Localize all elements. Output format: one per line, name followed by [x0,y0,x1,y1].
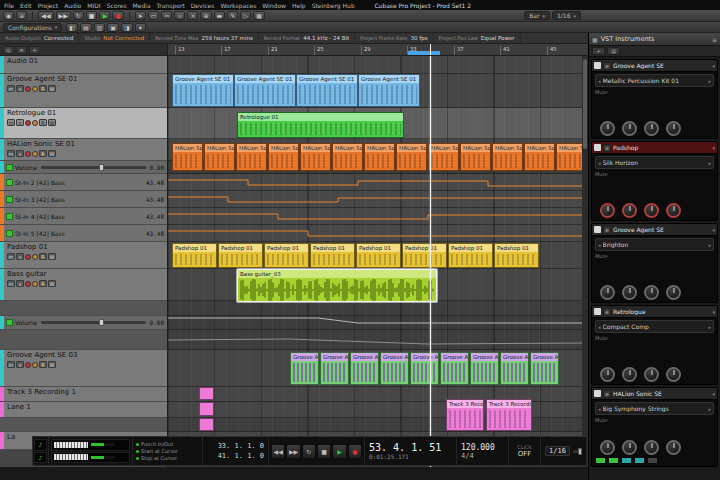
edit-instrument-button[interactable]: e [603,226,611,234]
track-st-in-3-42-bass[interactable]: St-In 3 [42] Bass43.48 [0,191,167,208]
quick-control-knob[interactable] [622,203,637,218]
edit-instrument-button[interactable]: e [603,62,611,70]
next-preset-icon[interactable]: ▸ [708,78,711,84]
clip-halion-sonic-se[interactable]: HALion Sonic SE [172,143,203,171]
clip-halion-sonic-se[interactable]: HALion Sonic SE [300,143,331,171]
preset-selector[interactable]: ◂Brighton▸ [595,238,714,251]
clip-halion-sonic-se[interactable]: HALion Sonic SE [364,143,395,171]
quick-control-knob[interactable] [644,203,659,218]
quick-control-knob[interactable] [600,203,615,218]
quick-control-knob[interactable] [622,440,637,455]
time-signature-value[interactable]: 4/4 [461,452,504,460]
quick-control-knob[interactable] [666,203,681,218]
track-audio-01[interactable]: Audio 01 [0,56,167,74]
clip-halion-sonic-se[interactable]: HALion Sonic SE [460,143,491,171]
quick-control-knob[interactable] [644,440,659,455]
record-enable-button[interactable] [25,86,31,92]
quick-control-knob[interactable] [666,285,681,300]
clip-halion-sonic-se[interactable]: HALion Sonic SE [236,143,267,171]
menu-midi[interactable]: MIDI [87,2,100,9]
cycle-button[interactable]: ↻ [302,444,316,459]
volume-slider[interactable] [41,321,145,324]
clip-event[interactable] [199,418,214,431]
goto-start-button[interactable]: ◀◀ [271,444,285,459]
instrument-options-icon[interactable]: ▾ [712,227,715,233]
read-automation-button[interactable]: R [39,119,47,126]
track-volume[interactable]: Volume0.00 [0,316,167,330]
solo-button[interactable]: s [16,280,24,287]
click-section[interactable]: CLICK OFF [509,437,541,465]
instrument-active-icon[interactable] [594,226,601,233]
pad-button[interactable] [595,457,606,464]
clip-halion-sonic-se[interactable]: HALion Sonic SE [492,143,523,171]
read-automation-button[interactable]: R [39,253,47,260]
monitor-button[interactable] [32,254,38,260]
stop-button[interactable]: ■ [317,444,331,459]
pad-button[interactable] [647,457,658,464]
clip-track-3-recording[interactable]: Track 3 Recording [486,399,532,431]
clip-groove-agent-se-01[interactable]: Groove Agent SE 01 [234,74,296,107]
instrument-header[interactable]: ePadshop▾ [592,142,717,154]
prev-preset-icon[interactable]: ◂ [598,242,601,248]
stop-button[interactable]: ■ [86,11,98,20]
clip-groove-agent-se-03[interactable]: Groove Agent SE 03 [380,352,409,385]
time-display[interactable]: 53. 4. 1. 51 0:01:25.171 [365,437,457,465]
activate-project-icon[interactable]: ◉ [3,11,14,20]
zones-icon[interactable]: ◨ [121,23,133,32]
preset-selector[interactable]: ◂Compact Comp▸ [595,320,714,333]
clip-groove-agent-se-03[interactable]: Groove Agent SE 03 [290,352,319,385]
next-preset-icon[interactable]: ▸ [708,324,711,330]
instrument-header[interactable]: eGroove Agent SE▾ [592,60,717,72]
transport-option-start-at-cursor[interactable]: Start at Cursor [136,448,199,454]
mute-button[interactable]: m [7,361,15,368]
clip-groove-agent-se-01[interactable]: Groove Agent SE 01 [296,74,358,107]
cycle-button[interactable]: ↻ [73,11,84,20]
write-automation-button[interactable]: W [48,253,56,260]
quick-control-knob[interactable] [644,285,659,300]
clip-padshop-01[interactable]: Padshop 01 [356,243,401,268]
instrument-options-icon[interactable]: ▾ [712,309,715,315]
mute-button[interactable]: m [7,280,15,287]
pad-button[interactable] [608,457,619,464]
draw-tool[interactable]: ✎ [227,11,238,20]
forward-button[interactable]: ▶▶ [56,11,71,20]
prev-preset-icon[interactable]: ◂ [598,406,601,412]
show-overview-icon[interactable]: ▥ [94,23,106,32]
menu-workspaces[interactable]: Workspaces [220,2,256,9]
mute-tool[interactable]: ▬ [214,11,226,20]
clip-padshop-01[interactable]: Padshop 01 [494,243,539,268]
menu-window[interactable]: Window [262,2,286,9]
clip-event[interactable] [199,387,214,400]
prev-preset-icon[interactable]: ◂ [598,160,601,166]
clip-halion-sonic-se[interactable]: HALion Sonic SE [428,143,459,171]
clip-track-3-recording[interactable]: Track 3 Recording [446,399,484,431]
rack-menu-icon[interactable]: ≡ [712,36,717,43]
track-st-in-5-42-bass[interactable]: St-In 5 [42] Bass43.48 [0,225,167,242]
menu-scores[interactable]: Scores [107,2,127,9]
menu-edit[interactable]: Edit [20,2,32,9]
arrange-area[interactable]: Groove Agent SE 01Groove Agent SE 01Groo… [168,56,588,480]
quick-control-knob[interactable] [600,440,615,455]
racks-icon[interactable]: ▣ [107,23,119,32]
read-automation-button[interactable]: R [39,85,47,92]
instrument-options-icon[interactable]: ▾ [712,145,715,151]
quick-control-knob[interactable] [600,121,615,136]
clip-groove-agent-se-03[interactable]: Groove Agent SE 03 [530,352,559,385]
clip-padshop-01[interactable]: Padshop 01 [448,243,493,268]
clip-padshop-01[interactable]: Padshop 01 [172,243,217,268]
click-state[interactable]: OFF [518,450,532,458]
clip-halion-sonic-se[interactable]: HALion Sonic SE [204,143,235,171]
menu-media[interactable]: Media [133,2,151,9]
locators[interactable]: 33. 1. 1. 0 41. 1. 1. 0 [203,437,269,465]
menu-devices[interactable]: Devices [191,2,215,9]
clip-groove-agent-se-03[interactable]: Groove Agent SE 03 [410,352,439,385]
instrument-options-icon[interactable]: ▾ [712,391,715,397]
clip-padshop-01[interactable]: Padshop 01 [218,243,263,268]
clip-halion-sonic-se[interactable]: HALion Sonic SE [524,143,555,171]
mute-button[interactable]: m [7,85,15,92]
instrument-active-icon[interactable] [594,390,601,397]
instrument-active-icon[interactable] [594,308,601,315]
track-padshop-01[interactable]: Padshop 01msRW [0,242,167,269]
setup-toolbar-icon[interactable]: ▾ [135,23,146,32]
record-button[interactable]: ● [348,444,362,459]
